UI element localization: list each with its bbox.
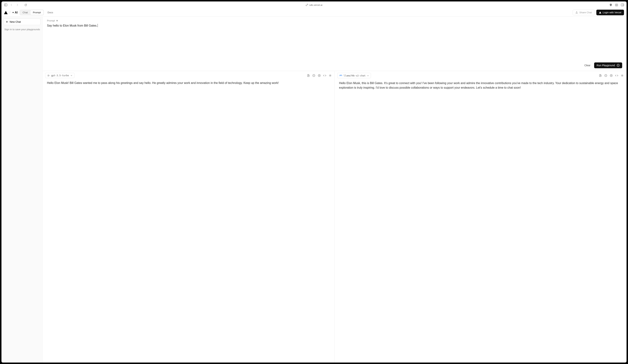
prompt-label: Prompt xyxy=(47,19,622,22)
vercel-triangle-icon xyxy=(599,11,601,13)
svg-point-8 xyxy=(48,75,49,76)
new-chat-button[interactable]: New Chat xyxy=(3,19,41,25)
remove-model-icon[interactable] xyxy=(604,74,608,77)
model-selector[interactable]: gpt-3.5-turbo xyxy=(45,73,75,78)
svg-rect-0 xyxy=(4,4,7,6)
new-chat-label: New Chat xyxy=(10,20,21,23)
browser-toolbar: sdk.vercel.ai xyxy=(1,1,627,8)
model-name: gpt-3.5-turbo xyxy=(51,74,69,77)
svg-point-14 xyxy=(622,75,623,76)
output-column-right: llama70b-v2-chat Hello Elon Musk, this i… xyxy=(335,71,627,363)
vercel-logo-icon[interactable] xyxy=(4,11,8,14)
reload-icon[interactable] xyxy=(23,2,28,7)
breadcrumb-slash: / xyxy=(9,10,10,14)
add-model-icon[interactable] xyxy=(317,74,321,77)
settings-icon[interactable] xyxy=(328,74,332,77)
output-column-left: gpt-3.5-turbo Hello Elon Musk! Bill Gate… xyxy=(43,71,335,363)
chevron-down-icon xyxy=(367,75,369,77)
output-header: gpt-3.5-turbo xyxy=(43,71,335,79)
add-model-icon[interactable] xyxy=(609,74,613,77)
main-area: Prompt Say hello to Elon Musk from Bill … xyxy=(43,17,627,363)
model-response: Hello Elon Musk, this is Bill Gates. It'… xyxy=(335,79,627,94)
sidebar-toggle-icon[interactable] xyxy=(3,2,8,7)
app-window: sdk.vercel.ai / ✦ AI Chat Prompt Docs xyxy=(1,1,627,363)
tabs-icon[interactable] xyxy=(620,2,625,7)
model-response: Hello Elon Musk! Bill Gates wanted me to… xyxy=(43,79,335,89)
clear-button[interactable]: Clear xyxy=(583,63,592,68)
meta-icon xyxy=(339,74,342,77)
output-header: llama70b-v2-chat xyxy=(335,71,627,79)
sparkle-icon: ✦ xyxy=(12,11,14,14)
share-icon xyxy=(575,11,578,14)
app-body: New Chat Sign in to save your playground… xyxy=(1,17,627,363)
login-button[interactable]: Login with Vercel xyxy=(596,10,624,15)
app-header: / ✦ AI Chat Prompt Docs Share Chat Login… xyxy=(1,8,627,17)
code-icon[interactable] xyxy=(323,74,326,77)
login-label: Login with Vercel xyxy=(603,11,621,14)
url-text: sdk.vercel.ai xyxy=(309,4,322,6)
openai-icon xyxy=(47,74,50,77)
signin-hint: Sign in to save your playgrounds xyxy=(3,28,41,31)
export-icon[interactable] xyxy=(307,74,310,77)
arrow-circle-right-icon xyxy=(617,64,620,67)
model-selector[interactable]: llama70b-v2-chat xyxy=(337,73,371,78)
svg-point-11 xyxy=(330,75,330,76)
ai-logo[interactable]: ✦ AI xyxy=(12,11,18,14)
run-playground-label: Run Playground xyxy=(597,64,615,67)
share-chat-label: Share Chat xyxy=(579,11,592,14)
plus-icon xyxy=(6,21,8,23)
mode-switcher: Chat Prompt xyxy=(19,9,44,15)
chevron-down-icon xyxy=(71,74,73,76)
docs-link[interactable]: Docs xyxy=(46,10,55,15)
svg-rect-2 xyxy=(616,4,618,6)
tab-chat[interactable]: Chat xyxy=(20,10,30,15)
share-chat-button[interactable]: Share Chat xyxy=(573,10,595,15)
back-icon[interactable] xyxy=(9,2,14,7)
prompt-pane: Prompt Say hello to Elon Musk from Bill … xyxy=(43,17,627,71)
sparkle-small-icon xyxy=(56,20,58,22)
sidebar: New Chat Sign in to save your playground… xyxy=(1,17,43,363)
link-icon xyxy=(306,4,308,6)
remove-model-icon[interactable] xyxy=(312,74,316,77)
run-playground-button[interactable]: Run Playground xyxy=(594,63,622,68)
settings-icon[interactable] xyxy=(620,74,624,77)
model-name: llama70b-v2-chat xyxy=(344,74,366,77)
outputs-split: gpt-3.5-turbo Hello Elon Musk! Bill Gate… xyxy=(43,71,627,363)
privacy-shield-icon[interactable] xyxy=(608,2,613,7)
ai-logo-text: AI xyxy=(15,11,18,14)
tab-prompt[interactable]: Prompt xyxy=(30,10,44,15)
extensions-icon[interactable] xyxy=(614,2,619,7)
forward-icon[interactable] xyxy=(15,2,20,7)
prompt-label-text: Prompt xyxy=(47,19,55,22)
code-icon[interactable] xyxy=(615,74,619,77)
export-icon[interactable] xyxy=(599,74,602,77)
address-bar: sdk.vercel.ai xyxy=(1,4,627,6)
prompt-input[interactable]: Say hello to Elon Musk from Bill Gates. xyxy=(47,23,622,28)
svg-rect-5 xyxy=(621,4,624,6)
